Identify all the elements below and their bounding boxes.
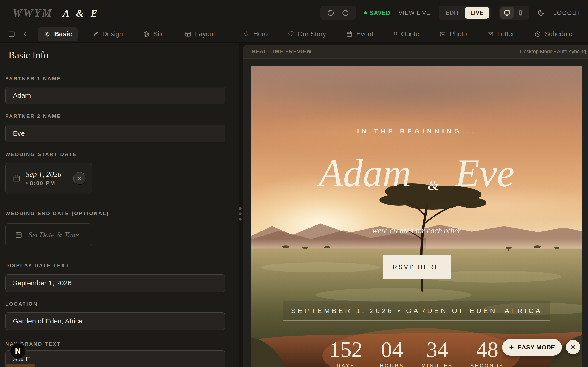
easy-mode-button[interactable]: EASY MODE	[502, 339, 562, 356]
hero-divider-line	[403, 215, 430, 215]
preview-title: REAL-TIME PREVIEW	[252, 49, 312, 55]
countdown-seconds: 48 SECONDS	[470, 339, 504, 367]
tab-basic[interactable]: Basic	[38, 27, 78, 41]
header-actions: SAVED VIEW LIVE EDIT LIVE LOGOUT	[320, 6, 581, 20]
hero-eyebrow-text: IN THE BEGINNING...	[251, 128, 582, 135]
tab-photo[interactable]: Photo	[433, 27, 473, 41]
image-thumbnail-peek	[6, 364, 35, 367]
preview-mode-status: Desktop Mode • Auto-syncing	[520, 49, 586, 55]
tab-hero[interactable]: ☆ Hero	[237, 27, 274, 41]
tab-label: Quote	[401, 30, 419, 38]
redo-button[interactable]	[342, 9, 349, 17]
panel-left-icon	[8, 31, 15, 38]
clock-icon	[534, 31, 541, 38]
photo-icon	[439, 31, 446, 38]
theme-toggle-button[interactable]	[537, 9, 545, 17]
panel-resize-handle[interactable]	[237, 207, 243, 221]
nav-brand-input[interactable]	[5, 350, 225, 367]
start-date-label: WEDDING START DATE	[5, 151, 225, 157]
chevron-left-icon	[22, 31, 29, 38]
partner1-label: PARTNER 1 NAME	[5, 76, 225, 82]
rsvp-button[interactable]: RSVP HERE	[383, 255, 451, 279]
hero-ampersand: &	[428, 177, 439, 193]
countdown-value: 152	[329, 339, 363, 361]
back-button[interactable]	[22, 31, 29, 38]
panel-resize-line	[240, 43, 240, 367]
hero-couple-names: Adam & Eve	[251, 152, 582, 194]
countdown-unit: SECONDS	[470, 363, 504, 367]
preview-panel: REAL-TIME PREVIEW Desktop Mode • Auto-sy…	[243, 45, 588, 367]
section-tab-bar: Basic Design Site Layout ☆ Hero ♡ Our St	[0, 26, 588, 43]
start-time-value: 8:00 PM	[30, 180, 56, 186]
save-status: SAVED	[364, 10, 390, 16]
site-brand-initials: A & E	[63, 8, 100, 19]
undo-button[interactable]	[327, 9, 335, 17]
nav-brand-label: NAV BRAND TEXT	[5, 341, 225, 347]
countdown-unit: MINUTES	[422, 363, 453, 367]
sparkle-icon	[509, 344, 514, 350]
hero-date-location-banner: SEPTEMBER 1, 2026 • GARDEN OF EDEN, AFRI…	[283, 301, 550, 321]
undo-redo-group	[320, 6, 356, 20]
tab-label: Hero	[253, 30, 268, 38]
end-date-picker-button[interactable]: Set Date & Time	[5, 223, 92, 246]
partner2-label: PARTNER 2 NAME	[5, 113, 225, 119]
calendar-icon	[346, 31, 353, 38]
end-date-label: WEDDING END DATE (OPTIONAL)	[5, 211, 225, 217]
countdown-value: 34	[422, 339, 453, 361]
logout-link[interactable]: LOGOUT	[553, 9, 581, 17]
tab-quote[interactable]: ” Quote	[387, 27, 425, 41]
countdown-unit: HOURS	[380, 363, 404, 367]
dismiss-easy-mode-button[interactable]: ×	[566, 340, 580, 354]
tab-our-story[interactable]: ♡ Our Story	[282, 27, 332, 41]
phone-icon	[517, 10, 524, 16]
calendar-icon	[12, 174, 21, 183]
display-date-input[interactable]	[5, 274, 225, 292]
tab-letter[interactable]: Letter	[481, 27, 520, 41]
app-header: WWYM A & E SAVED VIEW LIVE EDIT LIVE	[0, 0, 588, 26]
moon-icon	[537, 9, 545, 17]
device-toggle	[499, 6, 529, 20]
envelope-icon	[487, 31, 494, 38]
calendar-icon	[15, 231, 23, 239]
close-icon: ×	[571, 343, 575, 351]
start-date-texts: Sep 1, 2026 8:00 PM	[26, 170, 61, 187]
tab-event[interactable]: Event	[340, 27, 379, 41]
preview-header: REAL-TIME PREVIEW Desktop Mode • Auto-sy…	[243, 45, 588, 59]
countdown-days: 152 DAYS	[329, 339, 363, 367]
saved-dot-icon	[364, 11, 367, 15]
gear-icon	[44, 31, 51, 38]
easy-mode-label: EASY MODE	[518, 344, 555, 351]
clear-start-date-button[interactable]: ×	[73, 172, 86, 185]
mobile-view-button[interactable]	[514, 7, 527, 19]
tab-site[interactable]: Site	[137, 27, 171, 41]
savanna-terrain-illustration	[251, 66, 582, 367]
time-dot-icon	[26, 182, 27, 184]
desktop-view-button[interactable]	[501, 7, 514, 19]
framework-badge[interactable]: N	[10, 343, 26, 359]
view-live-link[interactable]: VIEW LIVE	[398, 9, 431, 17]
partner2-input[interactable]	[5, 125, 225, 142]
edit-mode-option[interactable]: EDIT	[440, 7, 465, 19]
sidebar-toggle-button[interactable]	[8, 31, 15, 38]
partner1-input[interactable]	[5, 87, 225, 104]
live-mode-option[interactable]: LIVE	[465, 7, 489, 19]
tab-design[interactable]: Design	[86, 27, 129, 41]
app-root: WWYM A & E SAVED VIEW LIVE EDIT LIVE	[0, 0, 588, 367]
hero-tagline: were created for each other	[251, 226, 582, 235]
tab-label: Photo	[450, 30, 467, 38]
close-icon: ×	[78, 175, 82, 182]
tab-label: Schedule	[545, 30, 572, 38]
site-hero-preview: IN THE BEGINNING... Adam & Eve were crea…	[251, 66, 582, 367]
tab-schedule[interactable]: Schedule	[528, 27, 578, 41]
location-input[interactable]	[5, 312, 225, 330]
tab-label: Event	[356, 30, 373, 38]
monitor-icon	[504, 9, 510, 16]
location-label: LOCATION	[5, 301, 225, 307]
saved-label: SAVED	[370, 10, 390, 16]
brush-icon	[92, 31, 99, 38]
countdown-value: 48	[470, 339, 504, 361]
start-date-chip[interactable]: Sep 1, 2026 8:00 PM ×	[5, 163, 92, 194]
editor-panel: Basic Info PARTNER 1 NAME PARTNER 2 NAME…	[0, 43, 239, 367]
tab-layout[interactable]: Layout	[179, 27, 221, 41]
badge-letter: N	[15, 346, 21, 356]
